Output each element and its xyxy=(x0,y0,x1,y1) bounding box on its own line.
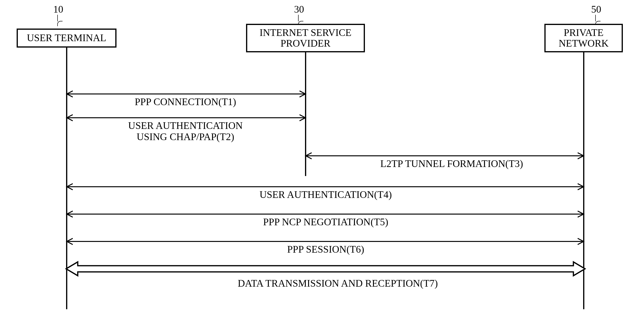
actor-user-terminal: USER TERMINAL xyxy=(17,29,116,48)
label-t1: PPP CONNECTION(T1) xyxy=(104,96,266,108)
label-t7: DATA TRANSMISSION AND RECEPTION(T7) xyxy=(238,278,523,289)
actor-ref-isp: 30 xyxy=(290,4,308,15)
actor-ref-user-terminal: 10 xyxy=(49,4,68,15)
leader-line xyxy=(298,15,298,22)
actor-ref-private-net: 50 xyxy=(587,4,606,15)
leader-line xyxy=(595,15,596,22)
leader-hook xyxy=(57,21,62,26)
actor-private-net: PRIVATE NETWORK xyxy=(544,24,623,52)
label-t2: USER AUTHENTICATION USING CHAP/PAP(T2) xyxy=(88,120,283,143)
label-t5: PPP NCP NEGOTIATION(T5) xyxy=(233,216,418,228)
svg-marker-6 xyxy=(66,262,585,276)
block-arrow-t7 xyxy=(65,260,586,277)
leader-line xyxy=(57,15,58,22)
label-t6: PPP SESSION(T6) xyxy=(233,244,418,255)
actor-isp: INTERNET SERVICE PROVIDER xyxy=(246,24,365,52)
label-t3: L2TP TUNNEL FORMATION(T3) xyxy=(361,158,542,169)
label-t4: USER AUTHENTICATION(T4) xyxy=(233,189,418,200)
